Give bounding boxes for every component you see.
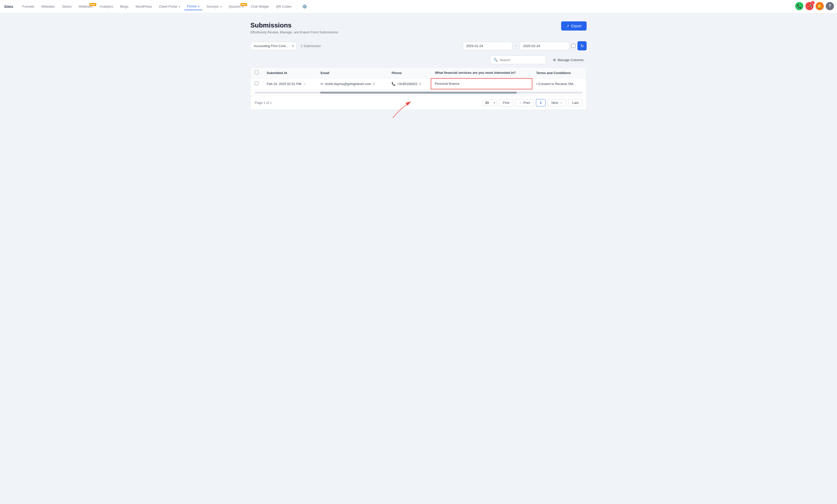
financial-services-value: Personal finance bbox=[435, 82, 460, 86]
current-page-button[interactable]: 1 bbox=[536, 99, 545, 107]
per-page-select[interactable]: 10 20 50 100 bbox=[483, 99, 497, 106]
expand-row-icon[interactable]: ⤢ bbox=[303, 82, 306, 86]
header-terms: Terms and Conditions bbox=[532, 68, 586, 78]
notification-badge: 1 bbox=[811, 1, 815, 5]
cell-phone: 📞 +9185180422 ⧉ bbox=[388, 78, 431, 89]
header-email: Email bbox=[316, 68, 388, 78]
nav-item-client-portal[interactable]: Client Portal ▾ bbox=[156, 3, 183, 10]
manage-columns-btn[interactable]: ⚙ Manage Columns bbox=[550, 56, 587, 64]
next-page-button[interactable]: Next → bbox=[548, 99, 567, 107]
nav-gear-icon[interactable]: ⚙️ bbox=[299, 3, 310, 11]
nav-item-surveys[interactable]: Surveys ▾ bbox=[203, 3, 225, 10]
scrollbar-thumb[interactable] bbox=[320, 92, 517, 94]
email-copy-icon[interactable]: ⧉ bbox=[373, 82, 375, 86]
select-all-checkbox[interactable] bbox=[255, 71, 259, 74]
email-envelope-icon: ✉ bbox=[320, 82, 323, 86]
nav-item-qr-codes[interactable]: QR Codes bbox=[273, 3, 295, 10]
form-selector-wrapper: Accounting Firm Cont... bbox=[250, 42, 297, 50]
email-value: mohit.dayma@gohighlevel.com bbox=[325, 82, 371, 86]
next-arrow-icon: → bbox=[559, 101, 563, 105]
nav-item-funnels[interactable]: Funnels bbox=[19, 3, 37, 10]
email-cell: ✉ mohit.dayma@gohighlevel.com ⧉ bbox=[320, 82, 384, 86]
date-from-input[interactable] bbox=[463, 42, 512, 50]
terms-value: I Consent to Receive SM... bbox=[536, 82, 576, 86]
per-page-wrapper: 10 20 50 100 bbox=[483, 99, 497, 106]
phone-value: +9185180422 bbox=[397, 82, 417, 86]
client-portal-chevron: ▾ bbox=[179, 5, 180, 8]
webinars-new-badge: New bbox=[89, 3, 96, 6]
search-box: 🔍 bbox=[490, 56, 546, 64]
page-content: Submissions Effortlessly Review, Manage,… bbox=[240, 13, 597, 118]
nav-item-chat-widget[interactable]: Chat Widget bbox=[248, 3, 272, 10]
header-phone: Phone bbox=[388, 68, 431, 78]
surveys-chevron: ▾ bbox=[220, 5, 221, 8]
row-checkbox-cell bbox=[251, 78, 263, 89]
first-page-button[interactable]: First bbox=[499, 99, 513, 107]
scrollbar-track[interactable] bbox=[255, 92, 582, 94]
cell-submitted-at: Feb 24, 2025 02:51 PM ⤢ bbox=[263, 78, 316, 89]
phone-icon-btn[interactable]: 📞 bbox=[795, 2, 803, 10]
date-to-input[interactable] bbox=[520, 42, 569, 50]
nav-items: Funnels Websites Stores Webinars New Ana… bbox=[19, 3, 833, 11]
forms-chevron: ▾ bbox=[198, 5, 199, 8]
last-page-button[interactable]: Last bbox=[568, 99, 582, 107]
search-input[interactable] bbox=[500, 58, 542, 62]
export-btn-label: Export bbox=[571, 24, 582, 28]
phone-icon: 📞 bbox=[392, 82, 396, 86]
refresh-button[interactable]: ↻ bbox=[577, 41, 587, 50]
header-submitted-at: Submitted At bbox=[263, 68, 316, 78]
nav-item-forms[interactable]: Forms ▾ bbox=[184, 3, 202, 10]
page-header-text: Submissions Effortlessly Review, Manage,… bbox=[250, 21, 338, 34]
search-icon: 🔍 bbox=[493, 58, 498, 62]
scrollbar-area bbox=[251, 89, 586, 96]
submissions-table: Submitted At Email Phone What financial … bbox=[251, 68, 586, 89]
nav-item-wordpress[interactable]: WordPress bbox=[132, 3, 155, 10]
phone-copy-icon[interactable]: ⧉ bbox=[419, 82, 421, 86]
table-row: Feb 24, 2025 02:51 PM ⤢ ✉ mohit.dayma@go… bbox=[251, 78, 586, 89]
date-range: → ↻ bbox=[463, 41, 587, 50]
row-checkbox[interactable] bbox=[255, 81, 259, 85]
page-header: Submissions Effortlessly Review, Manage,… bbox=[250, 21, 587, 34]
nav-item-quizzes[interactable]: Quizzes ▾ New bbox=[226, 3, 247, 10]
date-range-checkbox[interactable] bbox=[571, 44, 575, 48]
cell-terms: I Consent to Receive SM... bbox=[532, 78, 586, 89]
submissions-table-container: Submitted At Email Phone What financial … bbox=[250, 67, 587, 110]
table-wrapper: Submitted At Email Phone What financial … bbox=[250, 67, 587, 110]
export-button[interactable]: ↗ Export bbox=[561, 21, 587, 31]
manage-columns-icon: ⚙ bbox=[553, 58, 556, 62]
table-footer: Page 1 of 1 10 20 50 100 First ← Prev bbox=[251, 96, 586, 109]
header-checkbox-col bbox=[251, 68, 263, 78]
prev-page-button[interactable]: ← Prev bbox=[515, 99, 534, 107]
manage-columns-label: Manage Columns bbox=[557, 58, 584, 62]
nav-item-blogs[interactable]: Blogs bbox=[117, 3, 132, 10]
nav-item-websites[interactable]: Websites bbox=[38, 3, 58, 10]
megaphone-icon-btn[interactable]: 📣 1 bbox=[805, 2, 814, 10]
form-selector[interactable]: Accounting Firm Cont... bbox=[250, 42, 297, 50]
export-icon: ↗ bbox=[566, 24, 569, 28]
table-header-row: Submitted At Email Phone What financial … bbox=[251, 68, 586, 78]
header-financial-services: What financial services are you most int… bbox=[431, 68, 532, 78]
page-title: Submissions bbox=[250, 21, 338, 29]
prev-btn-label: Prev bbox=[523, 101, 530, 105]
bell-icon-btn[interactable]: 🔔 bbox=[816, 2, 824, 10]
date-range-arrow: → bbox=[514, 44, 518, 48]
page-subtitle: Effortlessly Review, Manage, and Export … bbox=[250, 30, 338, 34]
submission-count: 1 Submission bbox=[301, 44, 321, 48]
nav-item-webinars[interactable]: Webinars New bbox=[76, 3, 96, 10]
phone-cell: 📞 +9185180422 ⧉ bbox=[392, 82, 426, 86]
pagination-controls: 10 20 50 100 First ← Prev 1 Next bbox=[483, 99, 582, 107]
cell-email: ✉ mohit.dayma@gohighlevel.com ⧉ bbox=[316, 78, 388, 89]
page-info: Page 1 of 1 bbox=[255, 101, 272, 105]
submitted-at-value: Feb 24, 2025 02:51 PM bbox=[267, 82, 301, 86]
quizzes-new-badge: New bbox=[241, 3, 247, 6]
nav-item-stores[interactable]: Stores bbox=[59, 3, 75, 10]
nav-item-analytics[interactable]: Analytics bbox=[97, 3, 116, 10]
cell-financial-services: Personal finance bbox=[431, 78, 532, 89]
search-manage-row: 🔍 ⚙ Manage Columns bbox=[250, 56, 587, 64]
filters-row: Accounting Firm Cont... 1 Submission → ↻ bbox=[250, 41, 587, 50]
sites-logo: Sites bbox=[4, 4, 13, 9]
main-nav: Sites Funnels Websites Stores Webinars N… bbox=[0, 0, 837, 13]
next-btn-label: Next bbox=[551, 101, 558, 105]
prev-arrow-icon: ← bbox=[519, 101, 522, 105]
help-icon-btn[interactable]: ? bbox=[826, 2, 834, 10]
